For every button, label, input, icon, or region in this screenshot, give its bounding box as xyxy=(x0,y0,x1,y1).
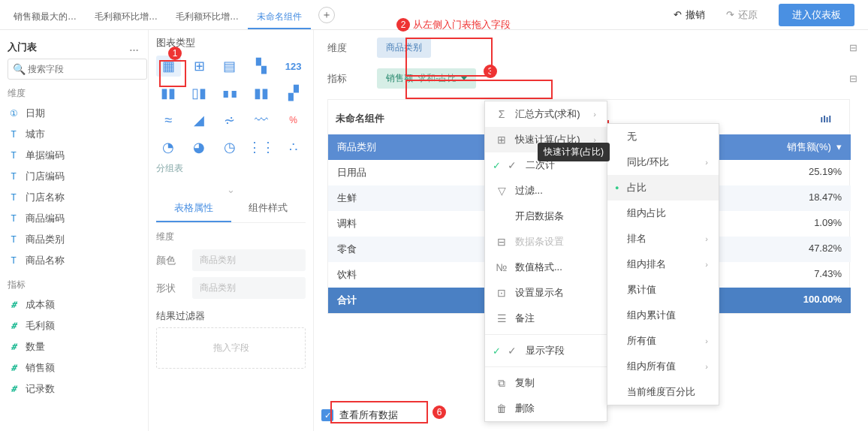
redo-button[interactable]: ↷ 还原 xyxy=(726,8,758,22)
menu-item-icon: ⧉ xyxy=(496,377,508,390)
dim-field[interactable]: T商品名称 xyxy=(8,250,140,271)
chart-type-bubble[interactable]: ∴ xyxy=(281,137,306,158)
menu-item-label: 数值格式... xyxy=(515,261,562,274)
tab-3[interactable]: 未命名组件 xyxy=(248,1,311,29)
chart-type-spd[interactable]: % xyxy=(281,110,306,131)
field-label: 商品类别 xyxy=(26,233,65,246)
submenu-item-label: 组内累计值 xyxy=(627,309,676,322)
undo-label: 撤销 xyxy=(686,8,705,22)
metric-field[interactable]: #成本额 xyxy=(8,294,140,315)
dim-field[interactable]: T商品编码 xyxy=(8,208,140,229)
left-panel: 入门表 … 🔍 ↓= 维度 ①日期T城市T单据编码T门店编码T门店名称T商品编码… xyxy=(0,30,149,431)
chart-type-stacked[interactable]: ▮▮ xyxy=(248,83,275,104)
result-filter-drop[interactable]: 拖入字段 xyxy=(156,327,306,369)
menu-item[interactable]: 开启数据条 xyxy=(485,203,607,229)
menu-item[interactable]: №数值格式... xyxy=(485,255,607,280)
dropdown-icon[interactable] xyxy=(461,77,467,80)
tab-1[interactable]: 毛利额环比增… xyxy=(86,1,167,29)
chart-type-kpi[interactable]: 123 xyxy=(281,56,306,77)
tab-table-props[interactable]: 表格属性 xyxy=(156,195,231,222)
enter-dashboard-button[interactable]: 进入仪表板 xyxy=(779,4,854,26)
chart-type-waterfall[interactable]: ▞ xyxy=(281,83,306,104)
chevron-right-icon: › xyxy=(705,234,708,243)
dim-pill[interactable]: 商品类别 xyxy=(377,38,431,58)
submenu-item[interactable]: 累计值 xyxy=(607,277,719,303)
menu-item: ⊟数据条设置 xyxy=(485,229,607,255)
chart-type-multi[interactable]: ⩫ xyxy=(218,110,243,131)
menu-item[interactable]: 🗑删除 xyxy=(485,396,607,421)
metric-settings-icon[interactable]: ⊟ xyxy=(849,73,857,84)
chart-type-pivot[interactable]: ⊞ xyxy=(187,56,212,77)
tab-widget-style[interactable]: 组件样式 xyxy=(231,195,306,222)
menu-item-icon: № xyxy=(496,261,508,273)
chart-type-donut[interactable]: ◕ xyxy=(187,137,212,158)
menu-item[interactable]: ⊡设置显示名 xyxy=(485,280,607,306)
dim-field[interactable]: T门店编码 xyxy=(8,166,140,187)
metric-pill[interactable]: 销售额 求和-占比 xyxy=(377,68,476,89)
field-type-icon: T xyxy=(8,129,20,140)
field-label: 记录数 xyxy=(26,382,55,396)
tab-0[interactable]: 销售额最大的… xyxy=(5,1,86,29)
field-type-icon: T xyxy=(8,171,20,182)
menu-item-icon: ▽ xyxy=(496,185,508,197)
submenu-item[interactable]: 组内所有值› xyxy=(607,354,719,379)
dim-settings-icon[interactable]: ⊟ xyxy=(849,42,857,53)
chart-type-cross[interactable]: ▤ xyxy=(218,56,243,77)
chart-type-col[interactable]: ▯▮ xyxy=(187,83,212,104)
dataset-more-icon[interactable]: … xyxy=(129,42,140,53)
menu-item-icon: ⊡ xyxy=(496,287,508,299)
chevron-right-icon: › xyxy=(705,336,708,345)
chart-type-grouped[interactable]: ∎∎ xyxy=(218,83,243,104)
chart-type-bar[interactable]: ▮▮ xyxy=(156,83,181,104)
menu-item[interactable]: ⧉复制 xyxy=(485,370,607,396)
submenu-item[interactable]: 当前维度百分比 xyxy=(607,379,719,405)
submenu-item[interactable]: 组内占比 xyxy=(607,200,719,226)
undo-button[interactable]: ↶ 撤销 xyxy=(674,8,705,22)
menu-item-icon: Σ xyxy=(496,108,508,120)
metric-field[interactable]: #记录数 xyxy=(8,378,140,399)
field-label: 门店编码 xyxy=(26,170,65,183)
tab-2[interactable]: 毛利额环比增… xyxy=(167,1,248,29)
submenu-item[interactable]: 组内累计值 xyxy=(607,303,719,328)
chart-switch-icon[interactable]: ılıl xyxy=(821,113,831,125)
chart-type-pie[interactable]: ◔ xyxy=(156,137,181,158)
metric-field[interactable]: #数量 xyxy=(8,336,140,357)
submenu-item[interactable]: ●占比 xyxy=(607,175,719,200)
view-all-row[interactable]: ✓ 查看所有数据 xyxy=(321,408,398,422)
search-input[interactable] xyxy=(8,59,147,80)
submenu-item[interactable]: 组内排名› xyxy=(607,252,719,277)
menu-item-label: 备注 xyxy=(515,312,535,325)
menu-item[interactable]: ☰备注 xyxy=(485,306,607,331)
add-tab-button[interactable]: ＋ xyxy=(318,7,335,23)
prop-shape-drop[interactable]: 商品类别 xyxy=(192,277,306,299)
chart-type-area[interactable]: ◢ xyxy=(187,110,212,131)
submenu-item[interactable]: 同比/环比› xyxy=(607,149,719,175)
submenu-item[interactable]: 排名› xyxy=(607,226,719,252)
menu-item[interactable]: ✓✓显示字段 xyxy=(485,338,607,363)
prop-color-drop[interactable]: 商品类别 xyxy=(192,249,306,271)
dim-field[interactable]: T门店名称 xyxy=(8,187,140,208)
field-type-icon: T xyxy=(8,255,20,266)
submenu-item[interactable]: 所有值› xyxy=(607,328,719,354)
field-label: 商品编码 xyxy=(26,212,65,225)
metric-field[interactable]: #销售额 xyxy=(8,357,140,378)
dim-field[interactable]: T单据编码 xyxy=(8,145,140,166)
anno-step-6: 6 xyxy=(432,405,446,419)
field-type-icon: # xyxy=(8,363,20,373)
metric-pill-agg: 求和-占比 xyxy=(417,72,457,85)
chart-type-smooth[interactable]: 〰 xyxy=(248,110,275,131)
dim-field[interactable]: ①日期 xyxy=(8,103,140,124)
dim-field[interactable]: T城市 xyxy=(8,124,140,145)
submenu-item[interactable]: 无 xyxy=(607,124,719,149)
view-all-checkbox[interactable]: ✓ xyxy=(321,409,333,421)
dim-field[interactable]: T商品类别 xyxy=(8,229,140,250)
chart-type-scatter[interactable]: ⋮⋮ xyxy=(248,137,275,158)
chart-type-tiles[interactable]: ▚ xyxy=(248,56,275,77)
chart-type-gauge[interactable]: ◷ xyxy=(218,137,243,158)
chart-type-line[interactable]: ≈ xyxy=(156,110,181,131)
menu-item[interactable]: ▽过滤... xyxy=(485,178,607,203)
menu-item[interactable]: Σ汇总方式(求和)› xyxy=(485,101,607,127)
metric-field[interactable]: #毛利额 xyxy=(8,315,140,336)
dim-pill-text: 商品类别 xyxy=(386,41,422,54)
expand-chart-types[interactable]: ⌄ xyxy=(156,184,306,195)
